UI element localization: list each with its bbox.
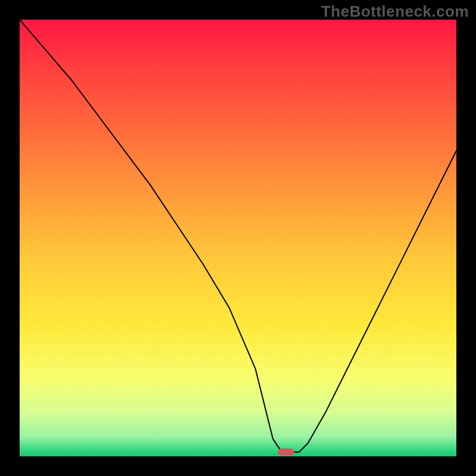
- bottleneck-chart: [20, 20, 456, 456]
- watermark-text: TheBottleneck.com: [321, 2, 469, 21]
- marker-optimal-point: [278, 449, 295, 456]
- markers-layer: [278, 449, 295, 456]
- plot-background: [20, 20, 456, 456]
- chart-frame: TheBottleneck.com: [0, 0, 476, 476]
